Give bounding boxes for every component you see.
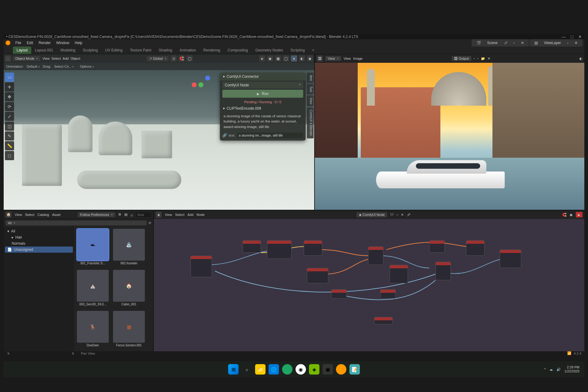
transform-orientation[interactable]: ↗Global bbox=[147, 56, 169, 61]
tab-compositing[interactable]: Compositing bbox=[224, 47, 252, 54]
graph-node[interactable] bbox=[374, 317, 393, 324]
tool-scale[interactable]: ⤢ bbox=[5, 112, 14, 121]
tray-volume-icon[interactable]: 🔊 bbox=[556, 368, 561, 371]
pivot-icon[interactable]: ⊙ bbox=[171, 55, 177, 62]
library-filter-dropdown[interactable]: All bbox=[6, 221, 147, 225]
ne-menu-node[interactable]: Node bbox=[197, 213, 205, 217]
open-image-icon[interactable]: 📁 bbox=[481, 57, 485, 61]
drag-dropdown[interactable]: Select Cir... bbox=[54, 65, 74, 68]
options-dropdown[interactable]: Options bbox=[80, 65, 94, 68]
vp-menu-view[interactable]: View bbox=[42, 57, 50, 60]
tab-layout001[interactable]: Layout.001 bbox=[31, 47, 57, 54]
ne-menu-select[interactable]: Select bbox=[175, 213, 185, 217]
vp-menu-object[interactable]: Object bbox=[70, 57, 80, 60]
delete-layer-icon[interactable]: ✕ bbox=[572, 40, 580, 46]
vp-menu-select[interactable]: Select bbox=[51, 57, 61, 60]
shading-rendered-icon[interactable]: ◉ bbox=[307, 55, 313, 62]
img-menu-view[interactable]: View bbox=[344, 57, 351, 60]
mode-dropdown[interactable]: Object Mode bbox=[13, 56, 40, 61]
catalog-all[interactable]: ▾All bbox=[5, 228, 73, 234]
comfy-text-field[interactable]: a stunning im...image, still life bbox=[237, 133, 303, 138]
editor-type-icon[interactable]: ⬚ bbox=[5, 55, 11, 62]
asset-item[interactable]: 🦌DoeDeer bbox=[76, 311, 110, 349]
graph-node[interactable] bbox=[307, 268, 328, 283]
tab-geometrynodes[interactable]: Geometry Nodes bbox=[252, 47, 287, 54]
graph-node[interactable] bbox=[243, 240, 261, 253]
graph-node[interactable] bbox=[368, 247, 383, 265]
ab-menu-catalog[interactable]: Catalog bbox=[37, 213, 49, 217]
taskbar-clock[interactable]: 2:28 PM 1/22/2025 bbox=[564, 365, 579, 373]
maximize-icon[interactable]: □ bbox=[571, 34, 573, 39]
display-settings-icon[interactable]: ⚙ bbox=[118, 213, 121, 217]
taskbar-nvidia-icon[interactable]: ◈ bbox=[309, 364, 319, 375]
ab-menu-select[interactable]: Select bbox=[25, 213, 35, 217]
tab-layout[interactable]: Layout bbox=[13, 47, 31, 54]
gizmo-toggle-icon[interactable]: ⬖ bbox=[259, 55, 265, 62]
new-image-icon[interactable]: ▫ bbox=[477, 57, 478, 60]
minimize-icon[interactable]: — bbox=[562, 34, 566, 39]
tab-add[interactable]: + bbox=[308, 47, 318, 54]
taskbar-blender-icon[interactable] bbox=[336, 364, 346, 375]
axis-z-icon[interactable] bbox=[205, 76, 210, 81]
tab-scripting[interactable]: Scripting bbox=[287, 47, 308, 54]
3d-viewport[interactable]: ⬚ Object Mode View Select Add Object ↗Gl… bbox=[4, 54, 315, 210]
menu-file[interactable]: File bbox=[13, 40, 24, 46]
node-canvas[interactable] bbox=[154, 219, 584, 351]
axis-x-icon[interactable] bbox=[192, 82, 197, 87]
graph-node[interactable] bbox=[429, 240, 445, 253]
tool-annotate[interactable]: ✎ bbox=[5, 131, 14, 141]
taskbar-terminal-icon[interactable]: ▣ bbox=[322, 364, 333, 375]
unlink-icon[interactable]: ✕ bbox=[488, 57, 490, 61]
editor-type-icon[interactable]: ◈ bbox=[156, 212, 162, 218]
graph-node[interactable] bbox=[267, 240, 292, 259]
tray-chevron-icon[interactable]: ^ bbox=[544, 368, 546, 371]
catalog-hair[interactable]: ▸Hair bbox=[5, 234, 73, 240]
menu-help[interactable]: Help bbox=[72, 40, 85, 46]
tool-rotate[interactable]: ⟳ bbox=[5, 102, 14, 111]
new-layer-icon[interactable]: ▫ bbox=[565, 40, 571, 46]
shading-wireframe-icon[interactable]: ◯ bbox=[283, 55, 289, 62]
img-mode-dropdown[interactable]: View bbox=[325, 56, 341, 61]
comfy-panel-header[interactable]: ▾ ComfyUI Connector bbox=[220, 73, 306, 81]
refresh-icon[interactable]: ⟳ bbox=[149, 221, 151, 225]
tray-cloud-icon[interactable]: ☁ bbox=[549, 368, 553, 371]
tab-texturepaint[interactable]: Texture Paint bbox=[126, 47, 155, 54]
taskbar-chrome-icon[interactable]: ◉ bbox=[296, 364, 306, 375]
pin-icon[interactable] bbox=[501, 40, 510, 46]
pin-icon[interactable] bbox=[407, 213, 410, 217]
blender-logo-icon[interactable] bbox=[6, 40, 10, 45]
display-channels-icon[interactable]: ◐ bbox=[579, 57, 582, 61]
asset-item[interactable]: 🏠Cabin_001 bbox=[112, 270, 146, 308]
scene-selector[interactable]: 🎬 Scene ▫ ✕ bbox=[472, 39, 529, 47]
asset-item[interactable]: ⛪003_Gen3D_59.0... bbox=[76, 270, 110, 308]
vp-menu-add[interactable]: Add bbox=[63, 57, 69, 60]
snap-icon[interactable]: 🧲 bbox=[562, 213, 567, 217]
sidebar-tab-comfyui[interactable]: ComfyUI X Blender bbox=[307, 107, 314, 138]
filter-icon[interactable]: ▤ bbox=[124, 213, 127, 217]
asset-item[interactable]: 🛥001_Futuristic S... bbox=[76, 229, 110, 267]
tab-sculpting[interactable]: Sculpting bbox=[79, 47, 101, 54]
tool-transform[interactable]: ◫ bbox=[5, 122, 14, 131]
tool-measure[interactable]: 📏 bbox=[5, 141, 14, 150]
delete-scene-icon[interactable]: ✕ bbox=[518, 40, 526, 46]
menu-edit[interactable]: Edit bbox=[24, 40, 36, 46]
graph-node[interactable] bbox=[390, 265, 408, 283]
graph-node[interactable] bbox=[380, 289, 396, 299]
tab-rendering[interactable]: Rendering bbox=[200, 47, 224, 54]
sidebar-tab-view[interactable]: View bbox=[307, 95, 314, 107]
axis-y-icon[interactable] bbox=[198, 82, 203, 87]
browse-icon[interactable]: ▫ bbox=[474, 57, 475, 60]
taskbar-explorer-icon[interactable]: 📁 bbox=[255, 364, 266, 375]
taskbar-search-icon[interactable] bbox=[242, 364, 252, 375]
tab-modeling[interactable]: Modeling bbox=[57, 47, 79, 54]
orientation-dropdown[interactable]: Default bbox=[27, 65, 40, 68]
tool-addcube[interactable]: ◻ bbox=[5, 151, 14, 160]
new-scene-icon[interactable]: ▫ bbox=[511, 40, 517, 46]
unlink-nodetree-icon[interactable]: ✕ bbox=[401, 213, 404, 217]
ab-menu-view[interactable]: View bbox=[15, 213, 22, 217]
execute-button[interactable] bbox=[576, 212, 582, 217]
snap-icon[interactable]: 🧲 bbox=[179, 55, 185, 62]
menu-render[interactable]: Render bbox=[36, 40, 53, 46]
img-menu-image[interactable]: Image bbox=[353, 57, 363, 60]
image-slot-selector[interactable]: 🖼 Output bbox=[452, 56, 471, 61]
